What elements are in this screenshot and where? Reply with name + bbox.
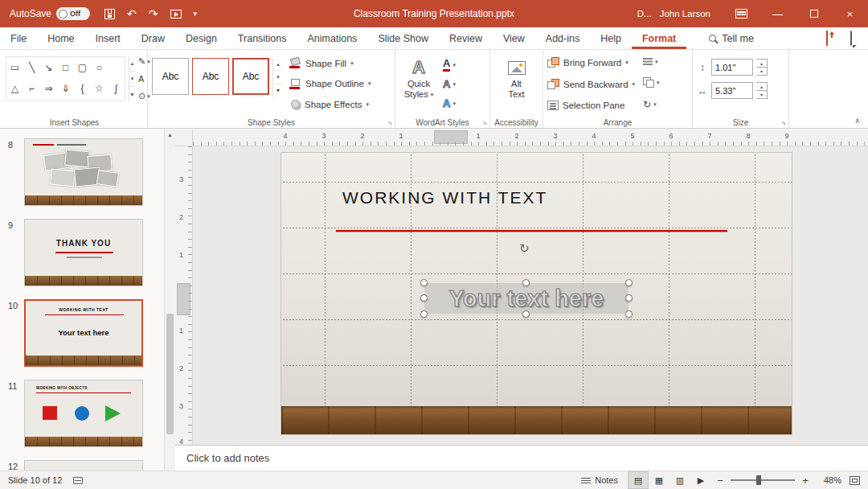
alt-text-button[interactable]: Alt Text xyxy=(497,56,536,100)
indent-marker-band[interactable] xyxy=(434,130,468,144)
thumbnail-slide-9[interactable]: 9 THANK YOU xyxy=(0,219,164,286)
reading-view-button[interactable]: ▥ xyxy=(669,471,690,489)
scroll-up-button[interactable]: ▲ xyxy=(165,129,175,141)
redo-button[interactable]: ↷ xyxy=(149,7,158,20)
collapse-ribbon-button[interactable]: ∧ xyxy=(854,117,860,125)
shape-fill-button[interactable]: Shape Fill▾ xyxy=(289,58,371,68)
slide-8-preview[interactable] xyxy=(24,138,143,206)
shape-oval-button[interactable]: ○ xyxy=(91,57,108,78)
dialog-launcher-icon[interactable]: ⇘ xyxy=(387,120,392,126)
fit-to-window-button[interactable] xyxy=(850,476,860,485)
shape-line-button[interactable]: ╲ xyxy=(23,57,40,78)
tab-file[interactable]: File xyxy=(0,27,37,49)
group-objects-button[interactable]: ▾ xyxy=(643,77,660,88)
spin-up-button[interactable]: ▴ xyxy=(756,83,767,90)
shape-triangle-button[interactable]: △ xyxy=(6,78,23,99)
notes-pane[interactable]: Click to add notes xyxy=(175,445,868,471)
spin-down-button[interactable]: ▾ xyxy=(756,67,767,75)
customize-qat-button[interactable]: ▾ xyxy=(194,10,198,18)
shape-elbow-button[interactable]: ⌐ xyxy=(23,78,40,99)
tab-home[interactable]: Home xyxy=(37,27,84,49)
accessibility-check-icon[interactable] xyxy=(73,477,83,484)
scrollbar-thumb[interactable] xyxy=(166,314,174,434)
dialog-launcher-icon[interactable]: ⇘ xyxy=(482,120,487,126)
start-from-beginning-button[interactable] xyxy=(170,10,182,18)
shape-down-arrow-button[interactable]: ⇓ xyxy=(57,78,74,99)
zoom-slider[interactable] xyxy=(731,471,795,489)
tab-animations[interactable]: Animations xyxy=(297,27,368,49)
shape-width-input[interactable]: 5.33" xyxy=(711,82,753,99)
text-fill-button[interactable]: A▾ xyxy=(443,58,456,72)
tab-slide-show[interactable]: Slide Show xyxy=(367,27,439,49)
bring-forward-button[interactable]: Bring Forward▾ xyxy=(547,57,635,68)
tab-add-ins[interactable]: Add-ins xyxy=(535,27,590,49)
gallery-more-button[interactable]: ▼ xyxy=(129,86,135,101)
slide-12-preview[interactable] xyxy=(24,460,143,471)
undo-button[interactable]: ↶ xyxy=(127,7,137,20)
style-preset-3[interactable]: Abc xyxy=(232,58,269,95)
resize-handle-s[interactable] xyxy=(522,310,530,318)
normal-view-button[interactable]: ▤ xyxy=(628,471,649,489)
rotation-handle[interactable]: ↻ xyxy=(519,241,530,256)
shape-brace-button[interactable]: { xyxy=(74,78,91,99)
gallery-down-button[interactable]: ▾ xyxy=(129,71,135,86)
gallery-down-button[interactable]: ▾ xyxy=(273,70,283,83)
thumbnail-slide-10[interactable]: 10 WORKING WITH TEXT Your text here xyxy=(0,299,164,367)
quick-styles-button[interactable]: A Quick Styles▾ xyxy=(399,56,438,109)
tab-review[interactable]: Review xyxy=(439,27,493,49)
shape-scribble-button[interactable]: ∫ xyxy=(108,78,125,99)
gallery-more-button[interactable]: ▼ xyxy=(273,84,283,97)
tab-design[interactable]: Design xyxy=(175,27,227,49)
resize-handle-nw[interactable] xyxy=(420,279,428,286)
share-button[interactable] xyxy=(826,31,828,46)
resize-handle-n[interactable] xyxy=(522,279,530,286)
shape-star-button[interactable]: ☆ xyxy=(91,78,108,99)
resize-handle-sw[interactable] xyxy=(420,310,428,318)
comments-button[interactable] xyxy=(850,31,852,46)
save-button[interactable] xyxy=(104,9,115,19)
resize-handle-ne[interactable] xyxy=(625,279,633,286)
thumbnail-slide-12[interactable]: 12 xyxy=(0,460,164,471)
style-preset-1[interactable]: Abc xyxy=(152,58,189,95)
thumbnail-slide-11[interactable]: 11 WORKING WITH OBJECTS xyxy=(0,380,164,447)
slide-canvas[interactable]: WORKING WITH TEXT ↻ Your text here xyxy=(281,153,792,434)
ribbon-display-options-button[interactable] xyxy=(723,0,760,27)
dialog-launcher-icon[interactable]: ⇘ xyxy=(781,120,786,126)
resize-handle-e[interactable] xyxy=(625,294,633,302)
slide-9-preview[interactable]: THANK YOU xyxy=(24,219,143,286)
zoom-slider-thumb[interactable] xyxy=(756,475,761,485)
shape-arrow-button[interactable]: ↘ xyxy=(40,57,57,78)
send-backward-button[interactable]: Send Backward▾ xyxy=(547,79,635,89)
slide-show-button[interactable]: ▶ xyxy=(690,471,711,489)
tab-draw[interactable]: Draw xyxy=(131,27,175,49)
minimize-button[interactable]: — xyxy=(760,0,796,27)
align-button[interactable]: ▾ xyxy=(643,57,660,66)
notes-toggle-button[interactable]: Notes xyxy=(571,471,628,489)
zoom-in-button[interactable]: + xyxy=(796,475,814,487)
resize-handle-se[interactable] xyxy=(625,310,633,318)
shape-rectangle-button[interactable]: □ xyxy=(57,57,74,78)
shape-right-arrow-button[interactable]: ⇒ xyxy=(40,78,57,99)
tell-me-search[interactable]: Tell me xyxy=(709,27,754,49)
shape-effects-button[interactable]: Shape Effects▾ xyxy=(289,99,371,109)
slide-11-preview[interactable]: WORKING WITH OBJECTS xyxy=(24,380,143,447)
text-effects-button[interactable]: A▾ xyxy=(443,98,456,109)
thumbnail-slide-8[interactable]: 8 xyxy=(0,138,164,206)
tab-transitions[interactable]: Transitions xyxy=(227,27,297,49)
zoom-percentage[interactable]: 48% xyxy=(814,475,845,485)
slide-title-text[interactable]: WORKING WITH TEXT xyxy=(342,188,547,208)
gallery-up-button[interactable]: ▴ xyxy=(129,56,135,71)
red-divider-shape[interactable] xyxy=(336,230,727,232)
slide-sorter-view-button[interactable]: ▦ xyxy=(649,471,669,489)
shape-rounded-rectangle-button[interactable]: ▢ xyxy=(74,57,91,78)
selected-text-box[interactable]: Your text here xyxy=(424,283,628,314)
close-button[interactable]: × xyxy=(832,0,868,27)
shape-outline-button[interactable]: Shape Outline▾ xyxy=(289,79,371,89)
zoom-out-button[interactable]: − xyxy=(711,475,729,487)
autosave-toggle[interactable]: Off xyxy=(56,7,90,20)
gallery-up-button[interactable]: ▴ xyxy=(273,58,283,70)
spin-down-button[interactable]: ▾ xyxy=(756,90,767,98)
tab-format[interactable]: Format xyxy=(632,27,686,49)
account-area[interactable]: D... John Larson xyxy=(637,9,710,18)
slide-10-preview[interactable]: WORKING WITH TEXT Your text here xyxy=(24,299,143,367)
